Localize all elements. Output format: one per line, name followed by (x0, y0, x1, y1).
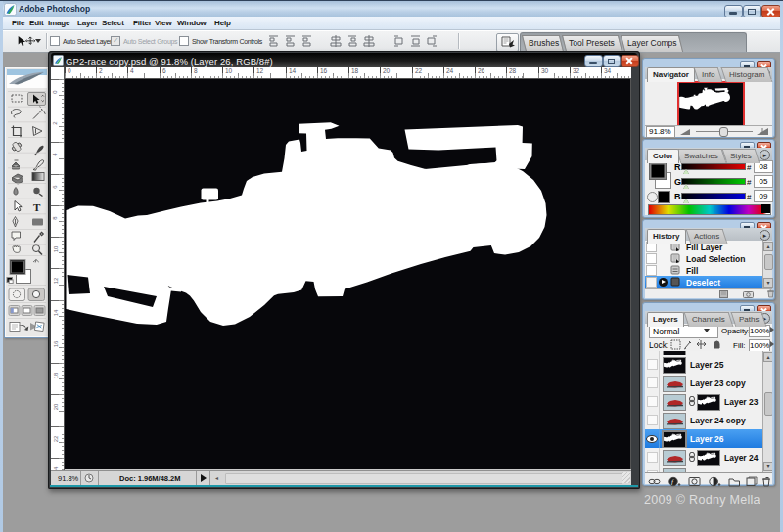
svg-text:T: T (33, 201, 41, 213)
